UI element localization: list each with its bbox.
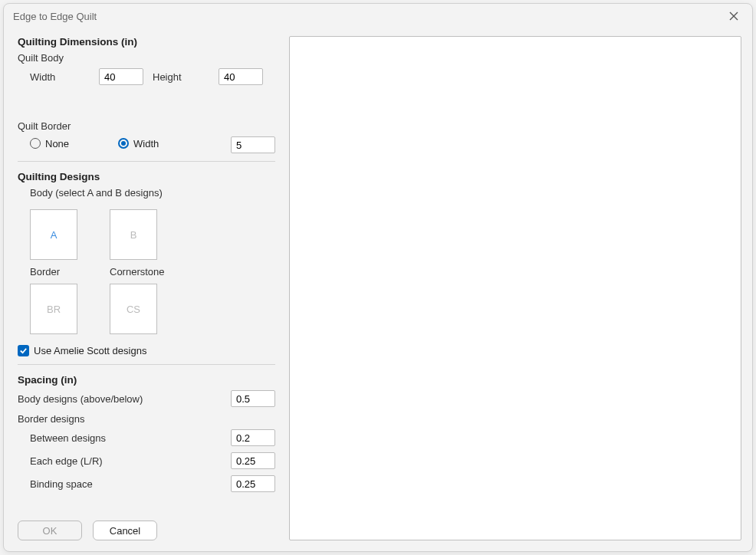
- border-designs-label: Border designs: [18, 413, 275, 425]
- spacing-edge-row: Each edge (L/R): [18, 452, 275, 469]
- spacing-between-label: Between designs: [30, 432, 231, 444]
- spacing-body-row: Body designs (above/below): [18, 390, 275, 407]
- spacing-body-input[interactable]: [231, 390, 275, 407]
- titlebar: Edge to Edge Quilt: [4, 4, 752, 28]
- quilt-body-label: Quilt Body: [18, 52, 275, 64]
- spacing-between-input[interactable]: [231, 429, 275, 446]
- ok-button[interactable]: OK: [18, 521, 82, 540]
- spacing-edge-label: Each edge (L/R): [30, 455, 231, 467]
- dialog-window: Edge to Edge Quilt Quilting Dimensions (…: [3, 3, 753, 552]
- design-slot-cornerstone[interactable]: CS: [110, 284, 157, 334]
- check-icon: [19, 346, 28, 355]
- border-width-radio-label: Width: [133, 138, 159, 149]
- border-width-radio[interactable]: Width: [118, 138, 159, 149]
- use-amelie-checkbox-row[interactable]: Use Amelie Scott designs: [18, 345, 275, 356]
- use-amelie-label: Use Amelie Scott designs: [34, 345, 146, 356]
- spacing-binding-label: Binding space: [30, 478, 231, 490]
- body-height-input[interactable]: [219, 68, 263, 85]
- designs-title: Quilting Designs: [18, 171, 275, 182]
- divider-1: [18, 161, 275, 162]
- preview-panel: [289, 36, 741, 540]
- spacing-body-label: Body designs (above/below): [18, 393, 231, 405]
- body-width-input[interactable]: [99, 68, 143, 85]
- content-area: Quilting Dimensions (in) Quilt Body Widt…: [4, 28, 752, 551]
- spacing-edge-input[interactable]: [231, 452, 275, 469]
- spacing-between-row: Between designs: [18, 429, 275, 446]
- spacing-binding-input[interactable]: [231, 475, 275, 492]
- design-grid: A B Border Cornerstone BR CS: [18, 209, 275, 334]
- spacing-binding-row: Binding space: [18, 475, 275, 492]
- width-label: Width: [30, 71, 99, 83]
- divider-2: [18, 364, 275, 365]
- design-slot-a[interactable]: A: [30, 209, 77, 260]
- dimensions-title: Quilting Dimensions (in): [18, 36, 275, 48]
- border-none-label: None: [45, 138, 69, 149]
- quilt-border-label: Quilt Border: [18, 120, 275, 132]
- use-amelie-checkbox[interactable]: [18, 345, 29, 356]
- height-label: Height: [153, 71, 219, 83]
- design-slot-b[interactable]: B: [110, 209, 157, 260]
- button-row: OK Cancel: [18, 519, 275, 540]
- spacing-title: Spacing (in): [18, 374, 275, 386]
- close-icon: [729, 11, 738, 21]
- border-options-row: None Width: [18, 136, 275, 153]
- body-select-label: Body (select A and B designs): [18, 187, 275, 199]
- design-slot-border[interactable]: BR: [30, 284, 77, 334]
- cancel-button[interactable]: Cancel: [93, 521, 157, 540]
- cornerstone-col-label: Cornerstone: [110, 266, 157, 278]
- border-width-input[interactable]: [231, 136, 275, 153]
- dialog-title: Edge to Edge Quilt: [13, 11, 97, 22]
- left-panel: Quilting Dimensions (in) Quilt Body Widt…: [18, 36, 275, 540]
- border-none-radio[interactable]: None: [30, 138, 69, 149]
- body-dims-row: Width Height: [18, 68, 275, 85]
- close-button[interactable]: [723, 7, 744, 25]
- border-col-label: Border: [30, 266, 77, 278]
